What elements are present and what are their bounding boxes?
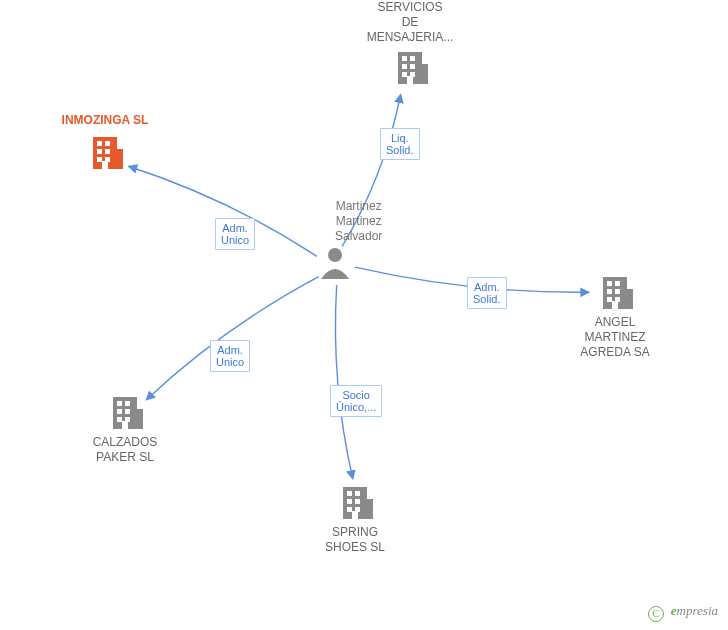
relation-edge bbox=[335, 285, 352, 479]
svg-rect-20 bbox=[607, 281, 612, 286]
svg-rect-22 bbox=[607, 289, 612, 294]
node-label-inmozinga[interactable]: INMOZINGA SL bbox=[45, 113, 165, 128]
svg-rect-3 bbox=[410, 56, 415, 61]
edge-label-calzados[interactable]: Adm. Unico bbox=[210, 340, 250, 372]
svg-rect-21 bbox=[615, 281, 620, 286]
relation-edge bbox=[146, 277, 319, 400]
building-icon bbox=[93, 137, 123, 169]
building-icon bbox=[343, 487, 373, 519]
svg-rect-6 bbox=[402, 72, 407, 77]
svg-rect-24 bbox=[607, 297, 612, 302]
node-label-servicios[interactable]: SERVICIOS DE MENSAJERIA... bbox=[350, 0, 470, 45]
svg-point-45 bbox=[328, 248, 342, 262]
svg-rect-37 bbox=[133, 409, 143, 429]
svg-rect-2 bbox=[402, 56, 407, 61]
svg-rect-12 bbox=[105, 141, 110, 146]
node-label-spring[interactable]: SPRING SHOES SL bbox=[295, 525, 415, 555]
svg-rect-30 bbox=[355, 491, 360, 496]
svg-rect-10 bbox=[113, 149, 123, 169]
svg-rect-19 bbox=[623, 289, 633, 309]
edge-label-servicios[interactable]: Liq. Solid. bbox=[380, 128, 420, 160]
svg-rect-14 bbox=[105, 149, 110, 154]
svg-rect-28 bbox=[363, 499, 373, 519]
building-icon bbox=[398, 52, 428, 84]
node-label-calzados[interactable]: CALZADOS PAKER SL bbox=[65, 435, 185, 465]
svg-rect-26 bbox=[612, 301, 618, 309]
building-icon bbox=[113, 397, 143, 429]
watermark-empresia: C empresia bbox=[648, 603, 718, 622]
svg-rect-35 bbox=[352, 511, 358, 519]
node-label-angel[interactable]: ANGEL MARTINEZ AGREDA SA bbox=[555, 315, 675, 360]
svg-rect-32 bbox=[355, 499, 360, 504]
svg-rect-44 bbox=[122, 421, 128, 429]
building-icon bbox=[603, 277, 633, 309]
center-node-label: Martinez Martinez Salvador bbox=[335, 199, 382, 244]
person-icon bbox=[321, 248, 349, 279]
svg-rect-23 bbox=[615, 289, 620, 294]
svg-rect-42 bbox=[117, 417, 122, 422]
copyright-icon: C bbox=[648, 606, 664, 622]
edge-label-spring[interactable]: Socio Único,... bbox=[330, 385, 382, 417]
svg-rect-33 bbox=[347, 507, 352, 512]
svg-rect-13 bbox=[97, 149, 102, 154]
svg-rect-11 bbox=[97, 141, 102, 146]
svg-rect-29 bbox=[347, 491, 352, 496]
svg-rect-39 bbox=[125, 401, 130, 406]
svg-rect-17 bbox=[102, 161, 108, 169]
svg-rect-8 bbox=[407, 76, 413, 84]
svg-rect-40 bbox=[117, 409, 122, 414]
svg-rect-15 bbox=[97, 157, 102, 162]
edge-label-angel[interactable]: Adm. Solid. bbox=[467, 277, 507, 309]
svg-rect-4 bbox=[402, 64, 407, 69]
svg-rect-5 bbox=[410, 64, 415, 69]
svg-rect-31 bbox=[347, 499, 352, 504]
svg-rect-1 bbox=[418, 64, 428, 84]
svg-rect-38 bbox=[117, 401, 122, 406]
svg-rect-41 bbox=[125, 409, 130, 414]
edge-label-inmozinga[interactable]: Adm. Unico bbox=[215, 218, 255, 250]
